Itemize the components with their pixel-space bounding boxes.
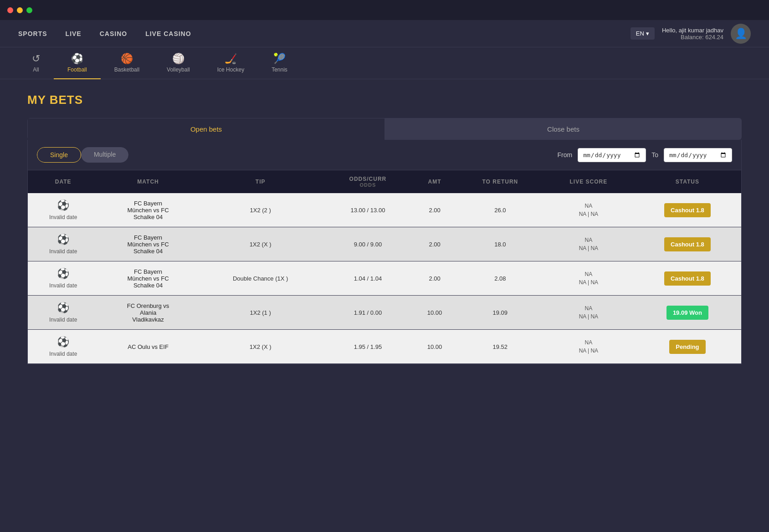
cell-tip: 1X2 (2 ): [198, 193, 323, 227]
language-button[interactable]: EN ▾: [631, 27, 655, 40]
table-row: ⚽ Invalid date AC Oulu vs EIF 1X2 (X )1.…: [28, 330, 741, 364]
bets-table-body: ⚽ Invalid date FC BayernMünchen vs FCSch…: [28, 193, 741, 364]
top-navigation: SPORTS LIVE CASINO LIVE CASINO EN ▾ Hell…: [0, 20, 769, 47]
cell-live-score: NA NA | NA: [543, 227, 634, 261]
top-nav-right: EN ▾ Hello, ajit kumar jadhav Balance: 6…: [631, 24, 751, 44]
sport-ball-icon: ⚽: [57, 302, 69, 314]
cell-live-score: NA NA | NA: [543, 330, 634, 364]
sport-tab-volleyball-label: Volleyball: [167, 66, 190, 73]
nav-live-casino[interactable]: LIVE CASINO: [145, 30, 191, 37]
user-balance: Balance: 624.24: [662, 34, 723, 41]
cell-amt: 10.00: [412, 330, 456, 364]
status-button[interactable]: Cashout 1.8: [664, 203, 711, 217]
table-row: ⚽ Invalid date FC BayernMünchen vs FCSch…: [28, 227, 741, 261]
cell-to-return: 26.0: [457, 193, 543, 227]
tab-open-bets[interactable]: Open bets: [27, 118, 385, 140]
sport-tab-all[interactable]: ↺ All: [18, 47, 54, 79]
date-filter: From To: [558, 148, 732, 162]
sport-ball-icon: ⚽: [57, 268, 69, 280]
cell-status: 19.09 Won: [634, 296, 741, 330]
status-button[interactable]: Cashout 1.8: [664, 237, 711, 251]
col-header-tip: TIP: [198, 170, 323, 193]
nav-sports[interactable]: SPORTS: [18, 30, 47, 37]
sport-tab-basketball[interactable]: 🏀 Basketball: [101, 47, 153, 79]
cell-match: FC BayernMünchen vs FCSchalke 04: [98, 261, 198, 296]
col-header-odds: ODDS/CURR ODDS: [323, 170, 412, 193]
cell-date: ⚽ Invalid date: [28, 330, 98, 364]
tab-close-bets[interactable]: Close bets: [385, 118, 742, 140]
sport-tab-tennis-label: Tennis: [272, 66, 287, 73]
bet-type-tabs: Single Multiple: [37, 147, 128, 163]
match-name: FC BayernMünchen vs FCSchalke 04: [102, 268, 194, 289]
sport-tab-football-label: Football: [67, 66, 87, 73]
date-value: Invalid date: [49, 248, 77, 255]
match-name: AC Oulu vs EIF: [102, 343, 194, 350]
live-score-value: NA NA | NA: [547, 271, 630, 286]
cell-status: Cashout 1.8: [634, 227, 741, 261]
sport-ball-icon: ⚽: [57, 336, 69, 348]
bets-table: DATE MATCH TIP ODDS/CURR ODDS AMT TO RET…: [28, 170, 741, 364]
from-date-input[interactable]: [578, 148, 646, 162]
cell-tip: 1X2 (X ): [198, 227, 323, 261]
sport-tab-football[interactable]: ⚽ Football: [54, 47, 101, 79]
date-value: Invalid date: [49, 317, 77, 323]
cell-odds: 1.91 / 0.00: [323, 296, 412, 330]
nav-casino[interactable]: CASINO: [100, 30, 127, 37]
date-value: Invalid date: [49, 351, 77, 357]
chevron-down-icon: ▾: [646, 30, 649, 37]
lang-label: EN: [636, 30, 644, 37]
nav-links: SPORTS LIVE CASINO LIVE CASINO: [18, 30, 191, 37]
cell-match: FC BayernMünchen vs FCSchalke 04: [98, 193, 198, 227]
col-header-match: MATCH: [98, 170, 198, 193]
cell-live-score: NA NA | NA: [543, 296, 634, 330]
cell-odds: 9.00 / 9.00: [323, 227, 412, 261]
refresh-icon: ↺: [32, 53, 40, 65]
sport-tab-icehockey[interactable]: 🏒 Ice Hockey: [204, 47, 258, 79]
status-button[interactable]: Cashout 1.8: [664, 271, 711, 286]
user-greeting: Hello, ajit kumar jadhav: [662, 27, 723, 34]
cell-amt: 2.00: [412, 227, 456, 261]
cell-amt: 2.00: [412, 261, 456, 296]
avatar-icon: 👤: [735, 28, 747, 40]
live-score-value: NA NA | NA: [547, 203, 630, 217]
sport-tab-icehockey-label: Ice Hockey: [217, 66, 244, 73]
match-name: FC BayernMünchen vs FCSchalke 04: [102, 234, 194, 255]
bet-type-multiple[interactable]: Multiple: [81, 147, 128, 163]
cell-odds: 1.04 / 1.04: [323, 261, 412, 296]
cell-amt: 10.00: [412, 296, 456, 330]
col-header-date: DATE: [28, 170, 98, 193]
date-value: Invalid date: [49, 282, 77, 289]
minimize-dot[interactable]: [17, 7, 23, 13]
cell-to-return: 19.52: [457, 330, 543, 364]
page-title: MY BETS: [27, 93, 742, 107]
col-header-live-score: LIVE SCORE: [543, 170, 634, 193]
cell-tip: Double Chance (1X ): [198, 261, 323, 296]
cell-odds: 13.00 / 13.00: [323, 193, 412, 227]
cell-status: Cashout 1.8: [634, 261, 741, 296]
bets-table-container: DATE MATCH TIP ODDS/CURR ODDS AMT TO RET…: [27, 170, 742, 364]
table-header-row: DATE MATCH TIP ODDS/CURR ODDS AMT TO RET…: [28, 170, 741, 193]
cell-to-return: 18.0: [457, 227, 543, 261]
from-label: From: [558, 151, 573, 159]
nav-live[interactable]: LIVE: [66, 30, 82, 37]
close-dot[interactable]: [7, 7, 13, 13]
user-info: Hello, ajit kumar jadhav Balance: 624.24: [662, 27, 723, 41]
maximize-dot[interactable]: [26, 7, 32, 13]
cell-amt: 2.00: [412, 193, 456, 227]
cell-to-return: 2.08: [457, 261, 543, 296]
sport-ball-icon: ⚽: [57, 200, 69, 211]
bet-type-single[interactable]: Single: [37, 147, 81, 163]
col-header-to-return: TO RETURN: [457, 170, 543, 193]
status-button[interactable]: Pending: [669, 340, 705, 354]
sport-tab-tennis[interactable]: 🎾 Tennis: [258, 47, 301, 79]
status-button[interactable]: 19.09 Won: [666, 306, 708, 320]
to-date-input[interactable]: [664, 148, 732, 162]
avatar[interactable]: 👤: [731, 24, 751, 44]
table-row: ⚽ Invalid date FC Orenburg vsAlaniaVladi…: [28, 296, 741, 330]
col-header-amt: AMT: [412, 170, 456, 193]
sport-tab-volleyball[interactable]: 🏐 Volleyball: [153, 47, 204, 79]
cell-date: ⚽ Invalid date: [28, 193, 98, 227]
cell-live-score: NA NA | NA: [543, 261, 634, 296]
titlebar: [0, 0, 769, 20]
cell-tip: 1X2 (1 ): [198, 296, 323, 330]
